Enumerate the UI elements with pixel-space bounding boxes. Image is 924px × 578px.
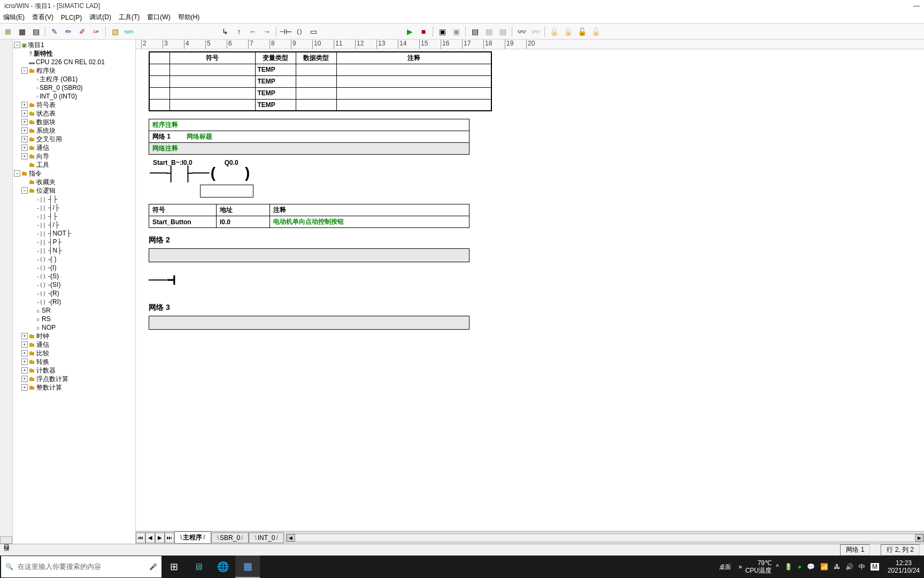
tb-lock-icon[interactable]: 🔒	[548, 26, 560, 37]
tree-progblock[interactable]: −🖿程序块	[13, 66, 135, 75]
tab-first-button[interactable]: ⏮	[136, 533, 145, 543]
tree-favorites[interactable]: 🖿收藏夹	[13, 178, 135, 186]
symbol-usage-table[interactable]: 符号 地址 注释 Start_Button I0.0 电动机单向点动控制按钮	[149, 204, 469, 228]
tb-wand-icon[interactable]: ✎	[49, 26, 60, 37]
tb-glasses-icon[interactable]: 👓	[515, 26, 527, 37]
network-3-header[interactable]: 网络 3	[149, 303, 924, 313]
tb-left-icon[interactable]: ←	[247, 26, 259, 37]
tb-lock2-icon[interactable]: 🔒	[562, 26, 574, 37]
tree-cpu[interactable]: ▬CPU 226 CN REL 02.01	[13, 58, 135, 66]
tab-sbr0[interactable]: SBR_0	[211, 533, 249, 543]
tree-bit-8[interactable]: -()-(I)	[13, 263, 135, 272]
network-1-block[interactable]: 程序注释 网络 1 网络标题 网络注释	[149, 119, 469, 155]
tree-sysblock[interactable]: +🖿系统块	[13, 126, 135, 135]
tree-prog-int[interactable]: ▫INT_0 (INT0)	[13, 92, 135, 101]
tb-wand2-icon[interactable]: ✏	[63, 26, 74, 37]
tree-datablock[interactable]: +🖿数据块	[13, 118, 135, 126]
task-view-button[interactable]: ⊞	[161, 556, 186, 578]
tree-comm2[interactable]: +🖿通信	[13, 340, 135, 349]
tb-status3-icon[interactable]: ▤	[497, 26, 509, 37]
tab-prev-button[interactable]: ◀	[145, 533, 155, 543]
tb-wand3-icon[interactable]: ✐	[76, 26, 88, 37]
network-2-header[interactable]: 网络 2	[149, 235, 924, 245]
tray-battery-icon[interactable]: 🔋	[784, 563, 792, 571]
menu-help[interactable]: 帮助(H)	[178, 13, 200, 22]
tree-bit-10[interactable]: -()-(SI)	[13, 280, 135, 289]
tree-bit-7[interactable]: -()-( )	[13, 255, 135, 263]
table-row[interactable]: TEMP	[149, 87, 491, 99]
tree-bit-6[interactable]: -||┤N├	[13, 246, 135, 255]
menu-tools[interactable]: 工具(T)	[119, 13, 140, 22]
taskbar-clock[interactable]: 12:23 2021/10/24	[883, 559, 924, 575]
tb-coil-icon[interactable]: ⟮⟯	[294, 26, 305, 37]
tree-statustable[interactable]: +🖿状态表	[13, 109, 135, 118]
tab-scrollbar[interactable]: ◀ ▶	[286, 534, 924, 542]
interface-tab[interactable]: 接口	[0, 536, 12, 544]
tree-clock[interactable]: +🖿时钟	[13, 332, 135, 340]
taskbar-chrome-icon[interactable]: 🌐	[211, 556, 235, 578]
ladder-rung-1[interactable]: Start_B~:I0.0 Q0.0 ──┤ ├──( )	[149, 159, 924, 197]
tb-table-icon[interactable]: ▤	[30, 26, 42, 37]
system-tray[interactable]: ^ 🔋 ● 💬 📶 🖧 🔊 中 M	[772, 562, 883, 572]
tree-bit-3[interactable]: -||┤/├	[13, 220, 135, 229]
network-1-comment[interactable]: 网络注释	[149, 143, 469, 154]
tree-symtable[interactable]: +🖿符号表	[13, 101, 135, 109]
tb-tree-icon[interactable]: ⊞	[2, 26, 14, 37]
table-row[interactable]: TEMP	[149, 64, 491, 75]
tree-bit-0[interactable]: -||┤├	[13, 195, 135, 203]
table-row[interactable]: Start_Button I0.0 电动机单向点动控制按钮	[149, 216, 469, 228]
network-1-header[interactable]: 网络 1 网络标题	[149, 131, 469, 143]
tray-ime-icon[interactable]: 中	[859, 562, 865, 572]
ladder-empty-box[interactable]	[200, 185, 253, 197]
program-comment[interactable]: 程序注释	[149, 119, 469, 131]
tree-instructions[interactable]: −🖿指令	[13, 169, 135, 178]
tb-run-icon[interactable]: ▶	[404, 26, 415, 37]
tb-status-icon[interactable]: ▤	[469, 26, 481, 37]
mic-icon[interactable]: 🎤	[149, 563, 157, 571]
tree-counter[interactable]: +🖿计数器	[13, 366, 135, 375]
tb-monitor-icon[interactable]: ▣	[436, 26, 448, 37]
tree-newprop[interactable]: ?新特性	[13, 49, 135, 58]
tree-compare[interactable]: +🖿比较	[13, 349, 135, 358]
tb-stop-icon[interactable]: ■	[418, 26, 429, 37]
weather-widget[interactable]: 79℃ CPU温度	[745, 559, 772, 575]
tree-bit-9[interactable]: -()-(S)	[13, 272, 135, 280]
variable-table[interactable]: 符号 变量类型 数据类型 注释 TEMP TEMP TEMP TEMP	[149, 51, 492, 111]
tree-bit-1[interactable]: -||┤/├	[13, 203, 135, 212]
taskbar-desktop-label[interactable]: 桌面	[715, 563, 735, 571]
tray-app-icon[interactable]: ●	[798, 563, 802, 571]
tree-bit-11[interactable]: -()-(R)	[13, 289, 135, 298]
editor-canvas[interactable]: 符号 变量类型 数据类型 注释 TEMP TEMP TEMP TEMP 程序注释…	[136, 49, 924, 531]
tab-main[interactable]: 主程序	[174, 531, 211, 544]
menu-view[interactable]: 查看(V)	[32, 13, 53, 22]
tray-expand-icon[interactable]: »	[735, 563, 745, 571]
tree-bitlogic[interactable]: −🖿位逻辑	[13, 186, 135, 195]
scroll-left-button[interactable]: ◀	[287, 534, 295, 542]
tb-status2-icon[interactable]: ▤	[483, 26, 495, 37]
tree-bit-14[interactable]: ▫RS	[13, 315, 135, 323]
taskbar-search[interactable]: 🔍 在这里输入你要搜索的内容 🎤	[1, 556, 161, 577]
tb-wand4-icon[interactable]: ✑	[90, 26, 102, 37]
tray-m-icon[interactable]: M	[871, 563, 879, 571]
scroll-right-button[interactable]: ▶	[915, 534, 923, 542]
taskbar-desktop-icon[interactable]: 🖥	[186, 556, 211, 578]
tb-grid-icon[interactable]: ▦	[16, 26, 28, 37]
tb-chart-icon[interactable]: ▧	[109, 26, 121, 37]
network-2-block[interactable]	[149, 248, 469, 262]
tb-monitor2-icon[interactable]: ▣	[450, 26, 462, 37]
tb-unlock-icon[interactable]: 🔓	[576, 26, 588, 37]
minimize-button[interactable]: —	[913, 2, 920, 10]
tree-convert[interactable]: +🖿转换	[13, 358, 135, 366]
table-row[interactable]: TEMP	[149, 75, 491, 87]
tree-bit-15[interactable]: ▫NOP	[13, 323, 135, 332]
tb-right-icon[interactable]: →	[261, 26, 273, 37]
tree-bit-12[interactable]: -()-(RI)	[13, 298, 135, 306]
tree-float[interactable]: +🖿浮点数计算	[13, 375, 135, 383]
menu-edit[interactable]: 编辑(E)	[3, 13, 25, 22]
tree-bit-4[interactable]: -||┤NOT├	[13, 229, 135, 238]
menu-plc[interactable]: PLC(P)	[61, 14, 82, 21]
tree-bit-5[interactable]: -||┤P├	[13, 238, 135, 246]
tb-unlock2-icon[interactable]: 🔓	[590, 26, 602, 37]
tab-int0[interactable]: INT_0	[249, 533, 283, 543]
tree-integer[interactable]: +🖿整数计算	[13, 383, 135, 392]
